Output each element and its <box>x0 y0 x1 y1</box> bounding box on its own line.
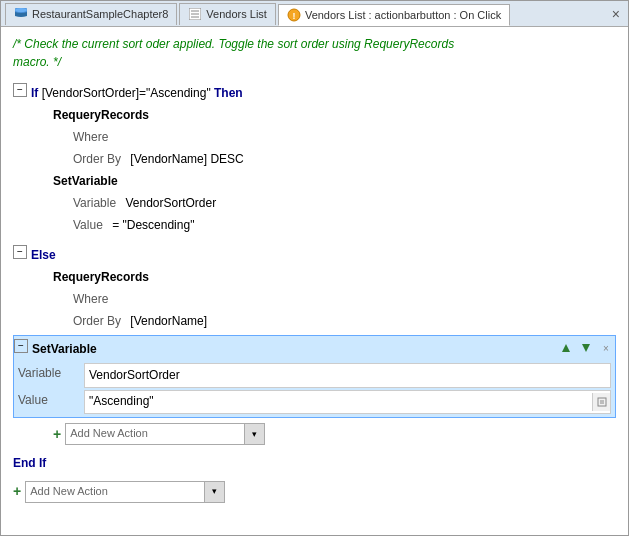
value-value-1: = "Descending" <box>112 215 194 237</box>
value-field-icon[interactable] <box>592 393 610 411</box>
dropdown-arrow-1: ▾ <box>252 426 257 442</box>
add-action-dropdown-2[interactable]: ▾ <box>204 482 224 502</box>
move-down-button[interactable] <box>577 339 595 357</box>
if-line: − If [VendorSortOrder]="Ascending" Then <box>13 83 616 105</box>
where-label-1: Where <box>73 127 108 149</box>
end-if-line: End If <box>13 453 616 475</box>
setvariable-2-expand[interactable]: − <box>14 339 28 353</box>
if-condition: [VendorSortOrder]="Ascending" <box>42 83 211 105</box>
requery-records-1: RequeryRecords <box>13 105 616 127</box>
svg-text:!: ! <box>292 11 295 21</box>
setvariable-2-label: SetVariable <box>32 339 97 361</box>
variable-value-1: VendorSortOrder <box>125 193 216 215</box>
where-line-2: Where <box>13 289 616 311</box>
orderby-label-2: Order By <box>73 311 121 333</box>
setvariable-1: SetVariable <box>13 171 616 193</box>
orderby-value-1: [VendorName] DESC <box>130 149 243 171</box>
value-line-1: Value = "Descending" <box>13 215 616 237</box>
add-action-combo-1[interactable]: Add New Action ▾ <box>65 423 265 445</box>
add-icon-1[interactable]: + <box>53 422 61 447</box>
tab-restaurant-label: RestaurantSampleChapter8 <box>32 8 168 20</box>
delete-action-button[interactable]: × <box>597 339 615 357</box>
setvariable-2-header: − SetVariable × <box>14 338 615 362</box>
svg-marker-8 <box>562 344 570 352</box>
value-label-1: Value <box>73 215 103 237</box>
variable-field-value-2: VendorSortOrder <box>89 365 180 387</box>
svg-marker-9 <box>582 344 590 352</box>
orderby-label-1: Order By <box>73 149 121 171</box>
db-icon <box>14 7 28 21</box>
requery-action-2-label: RequeryRecords <box>53 267 149 289</box>
main-window: RestaurantSampleChapter8 Vendors List ! <box>0 0 629 536</box>
comment-line1: /* Check the current sort oder applied. … <box>13 35 616 53</box>
orderby-line-1: Order By [VendorName] DESC <box>13 149 616 171</box>
comment-line2: macro. */ <box>13 53 616 71</box>
action-icon: ! <box>287 8 301 22</box>
add-action-text-1: Add New Action <box>66 424 244 444</box>
if-expand-btn[interactable]: − <box>13 83 27 97</box>
svg-rect-10 <box>598 398 606 406</box>
add-action-combo-2[interactable]: Add New Action ▾ <box>25 481 225 503</box>
else-expand-btn[interactable]: − <box>13 245 27 259</box>
where-line-1: Where <box>13 127 616 149</box>
variable-label-1: Variable <box>73 193 116 215</box>
tab-action-label: Vendors List : actionbarbutton : On Clic… <box>305 9 501 21</box>
value-row-2: Value "Ascending" <box>14 389 615 415</box>
add-icon-2[interactable]: + <box>13 479 21 504</box>
code-block: − If [VendorSortOrder]="Ascending" Then … <box>13 83 616 504</box>
add-action-dropdown-1[interactable]: ▾ <box>244 424 264 444</box>
variable-line-1: Variable VendorSortOrder <box>13 193 616 215</box>
value-field-2[interactable]: "Ascending" <box>84 390 611 414</box>
orderby-value-2: [VendorName] <box>130 311 207 333</box>
add-action-row-1: + Add New Action ▾ <box>13 422 616 447</box>
value-label-2: Value <box>18 390 78 412</box>
setvariable-1-label: SetVariable <box>53 171 118 193</box>
tab-vendors-label: Vendors List <box>206 8 267 20</box>
tab-bar: RestaurantSampleChapter8 Vendors List ! <box>1 1 628 27</box>
variable-row-2: Variable VendorSortOrder <box>14 362 615 390</box>
else-keyword: Else <box>31 245 56 267</box>
value-field-content-2: "Ascending" <box>85 391 592 413</box>
if-keyword: If <box>31 83 38 105</box>
else-line: − Else <box>13 245 616 267</box>
where-label-2: Where <box>73 289 108 311</box>
dropdown-arrow-2: ▾ <box>212 483 217 499</box>
svg-point-1 <box>15 8 27 12</box>
variable-field-2[interactable]: VendorSortOrder <box>84 363 611 389</box>
content-area: /* Check the current sort oder applied. … <box>1 27 628 535</box>
action-controls: × <box>557 339 615 357</box>
add-action-row-2: + Add New Action ▾ <box>13 479 616 504</box>
end-if-keyword: End If <box>13 453 46 475</box>
selected-setvariable-block: − SetVariable × Variable <box>13 335 616 418</box>
orderby-line-2: Order By [VendorName] <box>13 311 616 333</box>
add-action-text-2: Add New Action <box>26 482 204 502</box>
tab-vendors[interactable]: Vendors List <box>179 3 276 25</box>
comment-block: /* Check the current sort oder applied. … <box>13 35 616 71</box>
requery-action-1-label: RequeryRecords <box>53 105 149 127</box>
tab-restaurant[interactable]: RestaurantSampleChapter8 <box>5 3 177 25</box>
list-icon <box>188 7 202 21</box>
then-keyword: Then <box>214 83 243 105</box>
close-button[interactable]: × <box>608 6 624 22</box>
requery-records-2: RequeryRecords <box>13 267 616 289</box>
variable-label-2: Variable <box>18 363 78 385</box>
tab-action[interactable]: ! Vendors List : actionbarbutton : On Cl… <box>278 4 510 26</box>
move-up-button[interactable] <box>557 339 575 357</box>
